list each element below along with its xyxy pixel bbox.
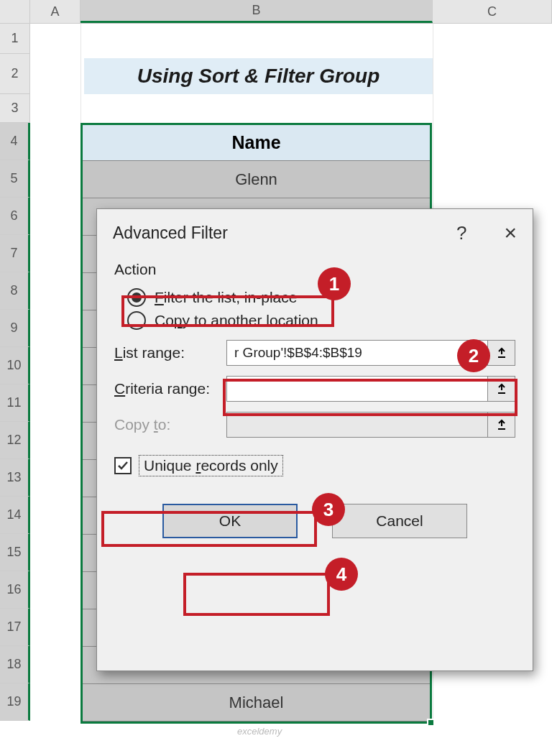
highlight-box-4 xyxy=(183,573,330,616)
step-badge-1: 1 xyxy=(318,267,351,300)
collapse-dialog-icon xyxy=(496,347,507,359)
checkbox-icon xyxy=(114,457,132,474)
step-badge-2: 2 xyxy=(457,339,490,372)
row-header-13[interactable]: 13 xyxy=(0,459,30,497)
list-range-input[interactable]: r Group'!$B$4:$B$19 xyxy=(226,340,488,366)
row-header-6[interactable]: 6 xyxy=(0,198,30,235)
row-header-10[interactable]: 10 xyxy=(0,347,30,384)
dialog-titlebar[interactable]: Advanced Filter ? × xyxy=(97,209,533,257)
help-icon[interactable]: ? xyxy=(456,222,466,244)
row-header-1[interactable]: 1 xyxy=(0,24,30,54)
highlight-box-2 xyxy=(223,379,518,416)
row-header-3[interactable]: 3 xyxy=(0,94,30,123)
col-header-c[interactable]: C xyxy=(433,0,552,23)
criteria-range-label: Criteria range: xyxy=(114,380,226,397)
copy-to-label: Copy to: xyxy=(114,416,226,433)
collapse-dialog-icon xyxy=(496,419,507,430)
col-header-a[interactable]: A xyxy=(30,0,80,23)
highlight-box-1 xyxy=(121,295,334,327)
select-all-corner[interactable] xyxy=(0,0,30,23)
row-header-19[interactable]: 19 xyxy=(0,683,30,721)
row-header-2[interactable]: 2 xyxy=(0,54,30,94)
row-header-11[interactable]: 11 xyxy=(0,384,30,422)
selection-handle[interactable] xyxy=(427,719,435,727)
step-badge-4: 4 xyxy=(325,558,358,591)
row-header-14[interactable]: 14 xyxy=(0,497,30,534)
title-cell[interactable]: Using Sort & Filter Group xyxy=(84,58,433,94)
list-range-collapse-button[interactable] xyxy=(488,340,515,366)
highlight-box-3 xyxy=(101,511,317,547)
row-header-8[interactable]: 8 xyxy=(0,272,30,310)
row-header-18[interactable]: 18 xyxy=(0,646,30,683)
table-row[interactable]: Glenn xyxy=(83,161,430,198)
row-headers: 1 2 3 4 5 6 7 8 9 10 11 12 13 14 15 16 1… xyxy=(0,24,30,721)
row-header-12[interactable]: 12 xyxy=(0,422,30,459)
close-icon[interactable]: × xyxy=(504,221,517,245)
dialog-title-text: Advanced Filter xyxy=(113,223,228,243)
action-label: Action xyxy=(114,261,515,278)
unique-records-checkbox[interactable]: Unique records only xyxy=(114,455,515,476)
row-header-17[interactable]: 17 xyxy=(0,609,30,646)
list-range-label: List range: xyxy=(114,344,226,361)
row-header-4[interactable]: 4 xyxy=(0,123,30,160)
unique-records-label: Unique records only xyxy=(139,455,283,476)
col-header-b[interactable]: B xyxy=(80,0,433,23)
row-header-15[interactable]: 15 xyxy=(0,534,30,571)
row-header-16[interactable]: 16 xyxy=(0,571,30,609)
row-header-5[interactable]: 5 xyxy=(0,160,30,198)
checkmark-icon xyxy=(116,459,129,472)
column-headers: A B C xyxy=(0,0,552,24)
list-range-row: List range: r Group'!$B$4:$B$19 xyxy=(114,340,515,366)
watermark: exceldemy xyxy=(237,726,282,737)
row-header-9[interactable]: 9 xyxy=(0,310,30,347)
table-header-name[interactable]: Name xyxy=(83,125,430,161)
cancel-button[interactable]: Cancel xyxy=(332,504,467,538)
row-header-7[interactable]: 7 xyxy=(0,235,30,272)
table-row[interactable]: Michael xyxy=(83,684,430,722)
step-badge-3: 3 xyxy=(312,493,345,526)
advanced-filter-dialog: Advanced Filter ? × Action Filter the li… xyxy=(96,208,533,671)
